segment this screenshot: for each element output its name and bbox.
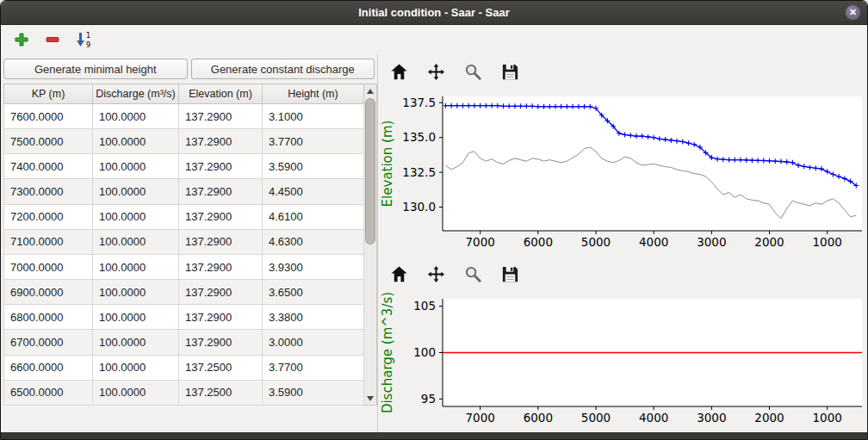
svg-text:5000: 5000 bbox=[581, 411, 611, 425]
table-cell[interactable]: 7300.0000 bbox=[4, 179, 93, 204]
column-header[interactable]: KP (m) bbox=[4, 84, 93, 104]
table-cell[interactable]: 6800.0000 bbox=[4, 305, 93, 330]
table-cell[interactable]: 3.9300 bbox=[263, 254, 364, 279]
table-cell[interactable]: 3.1000 bbox=[263, 104, 364, 129]
scroll-up-button[interactable] bbox=[364, 84, 376, 97]
table-cell[interactable]: 137.2500 bbox=[179, 355, 263, 380]
table-cell[interactable]: 3.5900 bbox=[263, 154, 364, 179]
table-cell[interactable]: 6500.0000 bbox=[4, 380, 93, 405]
table-cell[interactable]: 137.2900 bbox=[179, 305, 263, 330]
table-cell[interactable]: 7500.0000 bbox=[4, 129, 93, 154]
table-cell[interactable]: 137.2900 bbox=[179, 229, 263, 254]
generate-constant-discharge-button[interactable]: Generate constant discharge bbox=[191, 59, 375, 79]
zoom-button[interactable] bbox=[462, 61, 484, 83]
table-cell[interactable]: 100.0000 bbox=[93, 154, 179, 179]
table-row[interactable]: 6700.0000100.0000137.29003.0000 bbox=[4, 330, 364, 355]
table-cell[interactable]: 4.6300 bbox=[263, 229, 364, 254]
table-cell[interactable]: 100.0000 bbox=[93, 104, 179, 129]
generator-buttons-row: Generate minimal height Generate constan… bbox=[3, 59, 375, 79]
home-button[interactable] bbox=[388, 263, 410, 285]
table-cell[interactable]: 7100.0000 bbox=[4, 229, 93, 254]
table-cell[interactable]: 137.2900 bbox=[179, 179, 263, 204]
table-cell[interactable]: 6700.0000 bbox=[4, 330, 93, 355]
table-cell[interactable]: 7400.0000 bbox=[4, 154, 93, 179]
table-row[interactable]: 6500.0000100.0000137.25003.5900 bbox=[4, 380, 364, 405]
generate-minimal-height-button[interactable]: Generate minimal height bbox=[3, 59, 188, 79]
save-icon bbox=[500, 62, 520, 82]
pan-button[interactable] bbox=[425, 263, 447, 285]
table-cell[interactable]: 3.3800 bbox=[263, 305, 364, 330]
table-cell[interactable]: 3.0000 bbox=[263, 330, 364, 355]
table-cell[interactable]: 100.0000 bbox=[93, 179, 179, 204]
table-cell[interactable]: 7000.0000 bbox=[4, 254, 93, 279]
titlebar[interactable]: Initial condition - Saar - Saar ✕ bbox=[1, 1, 867, 25]
table-cell[interactable]: 100.0000 bbox=[93, 355, 179, 380]
table-cell[interactable]: 100.0000 bbox=[93, 254, 179, 279]
table-row[interactable]: 7200.0000100.0000137.29004.6100 bbox=[4, 204, 364, 229]
remove-row-button[interactable] bbox=[44, 31, 61, 48]
save-button[interactable] bbox=[499, 263, 521, 285]
table-cell[interactable]: 137.2900 bbox=[179, 254, 263, 279]
table-row[interactable]: 6900.0000100.0000137.29003.6500 bbox=[4, 280, 364, 305]
table-cell[interactable]: 137.2900 bbox=[179, 104, 263, 129]
table-row[interactable]: 7300.0000100.0000137.29004.4500 bbox=[4, 179, 364, 204]
table-cell[interactable]: 3.5900 bbox=[263, 380, 364, 405]
svg-text:6000: 6000 bbox=[524, 235, 553, 249]
discharge-chart[interactable]: 700060005000400030002000100095100105Disc… bbox=[378, 291, 867, 432]
scrollbar-thumb[interactable] bbox=[365, 98, 375, 245]
home-button[interactable] bbox=[388, 61, 410, 83]
table-cell[interactable]: 100.0000 bbox=[93, 330, 179, 355]
table-cell[interactable]: 3.7700 bbox=[263, 129, 364, 154]
save-button[interactable] bbox=[499, 61, 521, 83]
table-row[interactable]: 7000.0000100.0000137.29003.9300 bbox=[4, 254, 364, 279]
table-cell[interactable]: 100.0000 bbox=[93, 204, 179, 229]
table-row[interactable]: 7100.0000100.0000137.29004.6300 bbox=[4, 229, 364, 254]
table-cell[interactable]: 137.2900 bbox=[179, 330, 263, 355]
table-row[interactable]: 6800.0000100.0000137.29003.3800 bbox=[4, 305, 364, 330]
elevation-chart[interactable]: 7000600050004000300020001000130.0132.513… bbox=[378, 89, 867, 257]
scroll-down-button[interactable] bbox=[364, 392, 376, 405]
table-cell[interactable]: 100.0000 bbox=[93, 129, 179, 154]
main-content: Generate minimal height Generate constan… bbox=[1, 54, 867, 432]
close-button[interactable]: ✕ bbox=[845, 4, 861, 21]
zoom-button[interactable] bbox=[462, 263, 484, 285]
table-cell[interactable]: 4.4500 bbox=[263, 179, 364, 204]
table-cell[interactable]: 6600.0000 bbox=[4, 355, 93, 380]
table-cell[interactable]: 100.0000 bbox=[93, 380, 179, 405]
svg-text:1000: 1000 bbox=[813, 411, 842, 425]
column-header[interactable]: Height (m) bbox=[263, 84, 364, 104]
bottom-bar bbox=[1, 432, 867, 439]
table-cell[interactable]: 3.6500 bbox=[263, 280, 364, 305]
data-table-wrap: KP (m)Discharge (m³/s)Elevation (m)Heigh… bbox=[3, 84, 377, 406]
table-row[interactable]: 7400.0000100.0000137.29003.5900 bbox=[4, 154, 364, 179]
table-cell[interactable]: 137.2900 bbox=[179, 129, 263, 154]
add-row-button[interactable] bbox=[13, 31, 30, 48]
table-row[interactable]: 7600.0000100.0000137.29003.1000 bbox=[4, 104, 364, 129]
table-cell[interactable]: 3.7700 bbox=[263, 355, 364, 380]
column-header[interactable]: Elevation (m) bbox=[179, 84, 263, 104]
table-cell[interactable]: 137.2900 bbox=[179, 154, 263, 179]
table-scrollbar[interactable] bbox=[364, 84, 377, 406]
table-row[interactable]: 7500.0000100.0000137.29003.7700 bbox=[4, 129, 364, 154]
elevation-plot-toolbar bbox=[378, 54, 867, 89]
table-cell[interactable]: 100.0000 bbox=[93, 280, 179, 305]
table-cell[interactable]: 137.2500 bbox=[179, 380, 263, 405]
window-title: Initial condition - Saar - Saar bbox=[358, 6, 510, 19]
table-cell[interactable]: 100.0000 bbox=[93, 305, 179, 330]
table-row[interactable]: 6600.0000100.0000137.25003.7700 bbox=[4, 355, 364, 380]
save-icon bbox=[500, 264, 520, 284]
svg-text:Discharge (m^3/s): Discharge (m^3/s) bbox=[380, 292, 395, 413]
table-cell[interactable]: 4.6100 bbox=[263, 204, 364, 229]
svg-text:135.0: 135.0 bbox=[402, 130, 436, 144]
column-header[interactable]: Discharge (m³/s) bbox=[93, 84, 179, 104]
table-cell[interactable]: 137.2900 bbox=[179, 204, 263, 229]
table-cell[interactable]: 137.2900 bbox=[179, 280, 263, 305]
table-cell[interactable]: 7200.0000 bbox=[4, 204, 93, 229]
table-cell[interactable]: 7600.0000 bbox=[4, 104, 93, 129]
table-cell[interactable]: 6900.0000 bbox=[4, 280, 93, 305]
scrollbar-track[interactable] bbox=[364, 97, 376, 392]
sort-rows-button[interactable]: 1 9 bbox=[75, 31, 92, 48]
svg-text:100: 100 bbox=[413, 345, 436, 359]
pan-button[interactable] bbox=[425, 61, 447, 83]
table-cell[interactable]: 100.0000 bbox=[93, 229, 179, 254]
